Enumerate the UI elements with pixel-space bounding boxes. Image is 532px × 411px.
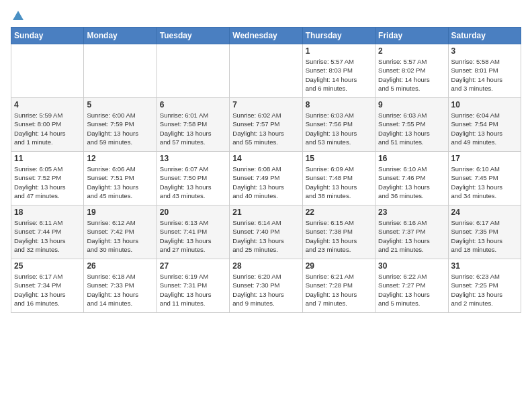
calendar-cell: 23Sunrise: 6:16 AM Sunset: 7:37 PM Dayli… bbox=[375, 205, 448, 259]
page-header bbox=[11, 11, 521, 19]
calendar-cell: 28Sunrise: 6:20 AM Sunset: 7:30 PM Dayli… bbox=[230, 259, 302, 313]
day-info: Sunrise: 6:12 AM Sunset: 7:42 PM Dayligh… bbox=[87, 218, 153, 254]
calendar-week-3: 11Sunrise: 6:05 AM Sunset: 7:52 PM Dayli… bbox=[11, 152, 521, 205]
day-info: Sunrise: 6:00 AM Sunset: 7:59 PM Dayligh… bbox=[87, 111, 153, 146]
svg-marker-0 bbox=[13, 11, 24, 20]
calendar-cell: 2Sunrise: 5:57 AM Sunset: 8:02 PM Daylig… bbox=[375, 44, 448, 98]
day-info: Sunrise: 6:10 AM Sunset: 7:46 PM Dayligh… bbox=[378, 165, 445, 200]
day-number: 28 bbox=[232, 261, 299, 271]
calendar-cell: 29Sunrise: 6:21 AM Sunset: 7:28 PM Dayli… bbox=[302, 259, 375, 313]
weekday-header-wednesday: Wednesday bbox=[230, 28, 302, 44]
day-number: 25 bbox=[14, 261, 81, 271]
calendar-table: SundayMondayTuesdayWednesdayThursdayFrid… bbox=[11, 27, 521, 313]
calendar-cell: 16Sunrise: 6:10 AM Sunset: 7:46 PM Dayli… bbox=[375, 152, 448, 205]
calendar-body: 1Sunrise: 5:57 AM Sunset: 8:03 PM Daylig… bbox=[11, 44, 521, 313]
weekday-header-tuesday: Tuesday bbox=[157, 28, 229, 44]
day-info: Sunrise: 6:04 AM Sunset: 7:54 PM Dayligh… bbox=[451, 111, 518, 146]
day-number: 15 bbox=[306, 154, 372, 163]
day-info: Sunrise: 6:17 AM Sunset: 7:34 PM Dayligh… bbox=[14, 272, 81, 308]
calendar-cell: 7Sunrise: 6:02 AM Sunset: 7:57 PM Daylig… bbox=[230, 98, 302, 152]
day-number: 7 bbox=[232, 100, 299, 109]
day-number: 17 bbox=[451, 154, 518, 163]
day-number: 9 bbox=[378, 100, 445, 109]
calendar-cell: 30Sunrise: 6:22 AM Sunset: 7:27 PM Dayli… bbox=[375, 259, 448, 313]
logo bbox=[11, 11, 24, 19]
day-number: 10 bbox=[451, 100, 518, 109]
calendar-cell: 3Sunrise: 5:58 AM Sunset: 8:01 PM Daylig… bbox=[448, 44, 521, 98]
logo-triangle-icon bbox=[12, 9, 24, 21]
day-info: Sunrise: 6:03 AM Sunset: 7:56 PM Dayligh… bbox=[306, 111, 372, 146]
day-info: Sunrise: 6:08 AM Sunset: 7:49 PM Dayligh… bbox=[232, 165, 299, 200]
calendar-header-row: SundayMondayTuesdayWednesdayThursdayFrid… bbox=[11, 28, 521, 44]
day-info: Sunrise: 6:05 AM Sunset: 7:52 PM Dayligh… bbox=[14, 165, 81, 200]
calendar-cell: 26Sunrise: 6:18 AM Sunset: 7:33 PM Dayli… bbox=[84, 259, 157, 313]
day-info: Sunrise: 6:14 AM Sunset: 7:40 PM Dayligh… bbox=[232, 218, 299, 254]
day-info: Sunrise: 6:01 AM Sunset: 7:58 PM Dayligh… bbox=[160, 111, 226, 146]
day-info: Sunrise: 6:06 AM Sunset: 7:51 PM Dayligh… bbox=[87, 165, 153, 200]
day-info: Sunrise: 6:15 AM Sunset: 7:38 PM Dayligh… bbox=[306, 218, 372, 254]
weekday-header-friday: Friday bbox=[375, 28, 448, 44]
day-number: 14 bbox=[232, 154, 299, 163]
calendar-cell: 13Sunrise: 6:07 AM Sunset: 7:50 PM Dayli… bbox=[157, 152, 229, 205]
calendar-cell: 6Sunrise: 6:01 AM Sunset: 7:58 PM Daylig… bbox=[157, 98, 229, 152]
day-info: Sunrise: 6:10 AM Sunset: 7:45 PM Dayligh… bbox=[451, 165, 518, 200]
day-info: Sunrise: 6:19 AM Sunset: 7:31 PM Dayligh… bbox=[160, 272, 226, 308]
calendar-week-2: 4Sunrise: 5:59 AM Sunset: 8:00 PM Daylig… bbox=[11, 98, 521, 152]
calendar-week-5: 25Sunrise: 6:17 AM Sunset: 7:34 PM Dayli… bbox=[11, 259, 521, 313]
calendar-cell: 5Sunrise: 6:00 AM Sunset: 7:59 PM Daylig… bbox=[84, 98, 157, 152]
day-number: 26 bbox=[87, 261, 153, 271]
calendar-cell: 8Sunrise: 6:03 AM Sunset: 7:56 PM Daylig… bbox=[302, 98, 375, 152]
day-number: 22 bbox=[306, 208, 372, 217]
day-info: Sunrise: 6:09 AM Sunset: 7:48 PM Dayligh… bbox=[306, 165, 372, 200]
day-info: Sunrise: 6:16 AM Sunset: 7:37 PM Dayligh… bbox=[378, 218, 445, 254]
day-number: 18 bbox=[14, 208, 81, 217]
calendar-cell: 31Sunrise: 6:23 AM Sunset: 7:25 PM Dayli… bbox=[448, 259, 521, 313]
calendar-cell: 10Sunrise: 6:04 AM Sunset: 7:54 PM Dayli… bbox=[448, 98, 521, 152]
day-info: Sunrise: 6:23 AM Sunset: 7:25 PM Dayligh… bbox=[451, 272, 518, 308]
day-number: 8 bbox=[306, 100, 372, 109]
weekday-header-saturday: Saturday bbox=[448, 28, 521, 44]
day-info: Sunrise: 6:21 AM Sunset: 7:28 PM Dayligh… bbox=[306, 272, 372, 308]
day-number: 4 bbox=[14, 100, 81, 109]
day-info: Sunrise: 6:02 AM Sunset: 7:57 PM Dayligh… bbox=[232, 111, 299, 146]
day-info: Sunrise: 5:59 AM Sunset: 8:00 PM Dayligh… bbox=[14, 111, 81, 146]
day-info: Sunrise: 6:07 AM Sunset: 7:50 PM Dayligh… bbox=[160, 165, 226, 200]
calendar-cell: 24Sunrise: 6:17 AM Sunset: 7:35 PM Dayli… bbox=[448, 205, 521, 259]
calendar-week-1: 1Sunrise: 5:57 AM Sunset: 8:03 PM Daylig… bbox=[11, 44, 521, 98]
calendar-cell: 19Sunrise: 6:12 AM Sunset: 7:42 PM Dayli… bbox=[84, 205, 157, 259]
day-number: 29 bbox=[306, 261, 372, 271]
calendar-cell: 20Sunrise: 6:13 AM Sunset: 7:41 PM Dayli… bbox=[157, 205, 229, 259]
calendar-cell bbox=[230, 44, 302, 98]
calendar-cell bbox=[157, 44, 229, 98]
calendar-cell bbox=[84, 44, 157, 98]
day-number: 1 bbox=[306, 46, 372, 56]
day-number: 5 bbox=[87, 100, 153, 109]
calendar-cell: 9Sunrise: 6:03 AM Sunset: 7:55 PM Daylig… bbox=[375, 98, 448, 152]
day-number: 20 bbox=[160, 208, 226, 217]
calendar-cell: 25Sunrise: 6:17 AM Sunset: 7:34 PM Dayli… bbox=[11, 259, 84, 313]
calendar-cell: 4Sunrise: 5:59 AM Sunset: 8:00 PM Daylig… bbox=[11, 98, 84, 152]
day-info: Sunrise: 6:11 AM Sunset: 7:44 PM Dayligh… bbox=[14, 218, 81, 254]
day-number: 12 bbox=[87, 154, 153, 163]
calendar-cell: 15Sunrise: 6:09 AM Sunset: 7:48 PM Dayli… bbox=[302, 152, 375, 205]
day-number: 16 bbox=[378, 154, 445, 163]
day-info: Sunrise: 5:57 AM Sunset: 8:02 PM Dayligh… bbox=[378, 57, 445, 93]
day-number: 31 bbox=[451, 261, 518, 271]
day-number: 23 bbox=[378, 208, 445, 217]
calendar-cell bbox=[11, 44, 84, 98]
calendar-cell: 17Sunrise: 6:10 AM Sunset: 7:45 PM Dayli… bbox=[448, 152, 521, 205]
day-info: Sunrise: 6:17 AM Sunset: 7:35 PM Dayligh… bbox=[451, 218, 518, 254]
calendar-cell: 1Sunrise: 5:57 AM Sunset: 8:03 PM Daylig… bbox=[302, 44, 375, 98]
day-number: 24 bbox=[451, 208, 518, 217]
calendar-cell: 27Sunrise: 6:19 AM Sunset: 7:31 PM Dayli… bbox=[157, 259, 229, 313]
calendar-cell: 22Sunrise: 6:15 AM Sunset: 7:38 PM Dayli… bbox=[302, 205, 375, 259]
day-info: Sunrise: 6:18 AM Sunset: 7:33 PM Dayligh… bbox=[87, 272, 153, 308]
day-number: 11 bbox=[14, 154, 81, 163]
weekday-header-sunday: Sunday bbox=[11, 28, 84, 44]
calendar-cell: 21Sunrise: 6:14 AM Sunset: 7:40 PM Dayli… bbox=[230, 205, 302, 259]
calendar-cell: 12Sunrise: 6:06 AM Sunset: 7:51 PM Dayli… bbox=[84, 152, 157, 205]
weekday-header-thursday: Thursday bbox=[302, 28, 375, 44]
day-info: Sunrise: 6:20 AM Sunset: 7:30 PM Dayligh… bbox=[232, 272, 299, 308]
day-info: Sunrise: 6:03 AM Sunset: 7:55 PM Dayligh… bbox=[378, 111, 445, 146]
calendar-cell: 11Sunrise: 6:05 AM Sunset: 7:52 PM Dayli… bbox=[11, 152, 84, 205]
